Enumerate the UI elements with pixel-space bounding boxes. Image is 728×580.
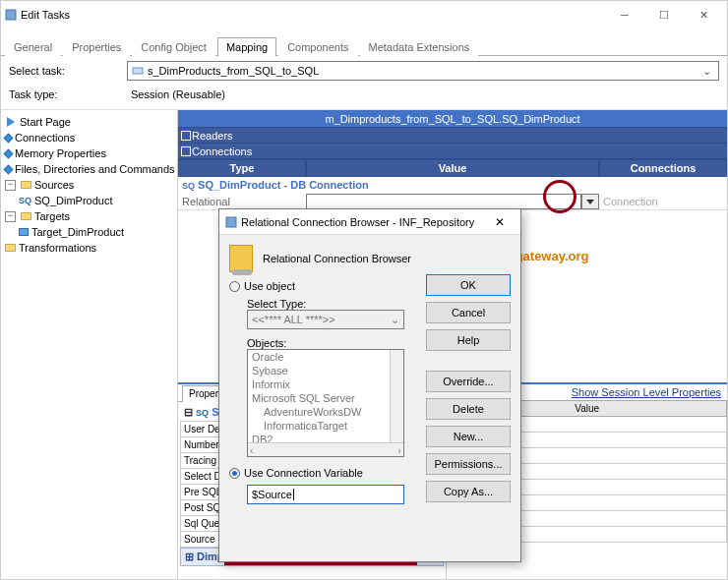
tab-config-object[interactable]: Config Object bbox=[132, 37, 215, 56]
use-object-radio[interactable]: Use object bbox=[229, 280, 418, 292]
svg-rect-1 bbox=[133, 68, 143, 74]
list-item[interactable]: Oracle bbox=[248, 350, 403, 364]
close-button[interactable]: ✕ bbox=[684, 1, 723, 29]
conn-type: Relational bbox=[178, 196, 306, 207]
arrow-down-icon bbox=[584, 197, 596, 206]
col-value: Value bbox=[306, 159, 599, 177]
select-type-dropdown[interactable]: <<**** ALL ****>> ⌄ bbox=[247, 310, 404, 329]
svg-rect-0 bbox=[6, 10, 16, 20]
readers-section[interactable]: Readers bbox=[178, 128, 727, 144]
permissions-button[interactable]: Permissions... bbox=[426, 453, 511, 475]
sq-icon: SQ bbox=[182, 181, 195, 191]
connections-grid-header: Type Value Connections bbox=[178, 159, 727, 177]
connection-variable-input[interactable]: $Source bbox=[247, 485, 404, 504]
list-item[interactable]: Sybase bbox=[248, 364, 403, 377]
task-type-label: Task type: bbox=[9, 88, 127, 100]
dialog-title: Relational Connection Browser - INF_Repo… bbox=[241, 216, 474, 228]
tab-strip: General Properties Config Object Mapping… bbox=[1, 34, 727, 56]
radio-icon bbox=[229, 281, 240, 292]
relational-connection-browser-dialog: Relational Connection Browser - INF_Repo… bbox=[218, 208, 521, 562]
scrollbar-vertical[interactable] bbox=[390, 350, 403, 442]
chevron-down-icon: ⌄ bbox=[698, 65, 714, 78]
list-item[interactable]: InformaticaTarget bbox=[248, 419, 403, 433]
tree-connections[interactable]: Connections bbox=[5, 130, 175, 145]
objects-label: Objects: bbox=[247, 337, 418, 349]
tab-metadata-extensions[interactable]: Metadata Extensions bbox=[360, 37, 479, 56]
conn-browse-button[interactable] bbox=[581, 194, 599, 209]
connection-group-title: SQ SQ_DimProduct - DB Connection bbox=[178, 177, 727, 193]
scrollbar-horizontal[interactable]: ‹› bbox=[248, 442, 403, 456]
select-task-value: s_DimProducts_from_SQL_to_SQL bbox=[148, 65, 319, 77]
folder-icon bbox=[21, 212, 31, 220]
radio-checked-icon bbox=[229, 468, 240, 479]
tab-properties[interactable]: Properties bbox=[63, 37, 130, 56]
col-type: Type bbox=[178, 159, 306, 177]
tree-targets[interactable]: Targets bbox=[5, 208, 175, 224]
arrow-right-icon bbox=[5, 116, 17, 128]
use-connection-variable-radio[interactable]: Use Connection Variable bbox=[229, 467, 418, 479]
select-task-dropdown[interactable]: s_DimProducts_from_SQL_to_SQL ⌄ bbox=[127, 61, 719, 81]
objects-listbox[interactable]: OracleSybaseInformixMicrosoft SQL Server… bbox=[247, 349, 404, 457]
session-icon bbox=[132, 65, 144, 77]
delete-button[interactable]: Delete bbox=[426, 398, 511, 420]
dialog-titlebar: Relational Connection Browser - INF_Repo… bbox=[219, 209, 520, 235]
folder-icon bbox=[5, 244, 16, 252]
annotation-circle bbox=[543, 180, 576, 213]
navigator-tree[interactable]: Start Page Connections Memory Properties… bbox=[1, 110, 178, 579]
dialog-subtitle: Relational Connection Browser bbox=[263, 253, 411, 264]
tab-general[interactable]: General bbox=[5, 37, 61, 56]
col-connections: Connections bbox=[599, 159, 727, 177]
tab-components[interactable]: Components bbox=[278, 37, 357, 56]
svg-rect-2 bbox=[226, 217, 236, 227]
dialog-icon bbox=[225, 216, 237, 228]
tree-sq-dimproduct[interactable]: SQSQ_DimProduct bbox=[19, 193, 175, 208]
task-type-field: Session (Reusable) bbox=[127, 85, 719, 104]
select-type-label: Select Type: bbox=[247, 298, 418, 310]
database-icon bbox=[229, 245, 253, 272]
new-button[interactable]: New... bbox=[426, 426, 511, 447]
window-title: Edit Tasks bbox=[21, 9, 70, 21]
connections-section[interactable]: Connections bbox=[178, 144, 727, 159]
app-icon bbox=[5, 9, 17, 21]
diamond-icon bbox=[4, 164, 14, 174]
list-item[interactable]: AdventureWorksDW bbox=[248, 405, 403, 419]
task-type-value: Session (Reusable) bbox=[131, 88, 225, 100]
diamond-icon bbox=[4, 148, 14, 158]
tree-target-dimproduct[interactable]: Target_DimProduct bbox=[19, 224, 175, 240]
titlebar: Edit Tasks ─ ☐ ✕ bbox=[1, 1, 727, 29]
table-icon bbox=[19, 228, 29, 236]
list-item[interactable]: Microsoft SQL Server bbox=[248, 391, 403, 405]
conn-connection: Connection bbox=[599, 196, 727, 207]
help-button[interactable]: Help bbox=[426, 329, 511, 351]
dialog-close-button[interactable]: ✕ bbox=[485, 215, 515, 229]
tab-mapping[interactable]: Mapping bbox=[217, 37, 276, 56]
tree-sources[interactable]: Sources bbox=[5, 177, 175, 193]
override-button[interactable]: Override... bbox=[426, 371, 511, 392]
sq-icon: SQ bbox=[19, 193, 31, 208]
cancel-button[interactable]: Cancel bbox=[426, 302, 511, 323]
select-task-label: Select task: bbox=[9, 65, 127, 77]
tree-files[interactable]: Files, Directories and Commands bbox=[5, 161, 175, 177]
ok-button[interactable]: OK bbox=[426, 274, 511, 296]
copy-as-button[interactable]: Copy As... bbox=[426, 481, 511, 502]
mapping-title-bar: m_Dimproducts_from_SQL_to_SQL.SQ_DimProd… bbox=[178, 110, 727, 128]
diamond-icon bbox=[4, 133, 14, 143]
conn-value-input[interactable] bbox=[306, 194, 581, 209]
folder-icon bbox=[21, 181, 31, 189]
maximize-button[interactable]: ☐ bbox=[644, 1, 684, 29]
tree-memory[interactable]: Memory Properties bbox=[5, 145, 175, 161]
tree-transformations[interactable]: Transformations bbox=[5, 240, 175, 256]
minimize-button[interactable]: ─ bbox=[605, 1, 644, 29]
chevron-down-icon: ⌄ bbox=[391, 314, 399, 326]
task-form: Select task: s_DimProducts_from_SQL_to_S… bbox=[1, 56, 727, 109]
tree-start-page[interactable]: Start Page bbox=[5, 114, 175, 130]
list-item[interactable]: Informix bbox=[248, 377, 403, 391]
